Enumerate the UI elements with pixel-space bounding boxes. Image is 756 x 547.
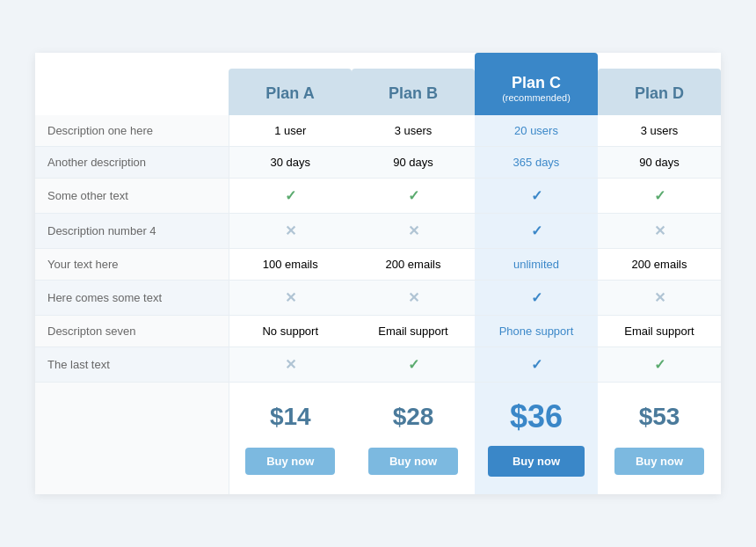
cross-icon: ✕ (285, 223, 296, 238)
cell-c: Phone support (475, 316, 598, 347)
plan-b-header-cell: Plan B (352, 53, 475, 115)
header-row: Plan A Plan B Plan C (recommended) (35, 53, 721, 115)
cell-a: ✓ (229, 179, 352, 214)
plan-b-name: Plan B (389, 84, 438, 102)
price-a: $14 (229, 383, 352, 441)
cell-b: 3 users (352, 115, 475, 147)
empty-header (35, 53, 229, 115)
button-cell-c: Buy now (475, 441, 598, 494)
plan-c-title: Plan C (recommended) (475, 53, 598, 115)
plan-a-title: Plan A (229, 69, 352, 115)
cell-a: No support (229, 316, 352, 347)
row-label: Description one here (35, 115, 229, 147)
button-label-empty (35, 441, 229, 494)
cell-b: ✓ (352, 179, 475, 214)
price-label-empty (35, 383, 229, 441)
cross-icon: ✕ (285, 357, 296, 372)
cell-c: ✓ (475, 214, 598, 249)
cell-c: unlimited (475, 249, 598, 281)
cell-d: 90 days (598, 147, 721, 179)
plan-a-header-cell: Plan A (229, 53, 352, 115)
table-row: Some other text✓✓✓✓ (35, 179, 721, 214)
pricing-table: Plan A Plan B Plan C (recommended) (35, 53, 721, 494)
cell-c: ✓ (475, 179, 598, 214)
cell-c: ✓ (475, 281, 598, 316)
row-label: Another description (35, 147, 229, 179)
cross-icon: ✕ (408, 290, 419, 305)
row-label: Your text here (35, 249, 229, 281)
check-icon: ✓ (408, 188, 419, 203)
cell-a: ✕ (229, 214, 352, 249)
cell-a: 30 days (229, 147, 352, 179)
cell-d: ✓ (598, 179, 721, 214)
cell-c: 365 days (475, 147, 598, 179)
cross-icon: ✕ (408, 223, 419, 238)
price-amount-a: $14 (270, 403, 311, 430)
check-icon: ✓ (654, 357, 665, 372)
check-icon: ✓ (654, 188, 665, 203)
button-cell-d: Buy now (598, 441, 721, 494)
cell-b: ✓ (352, 347, 475, 383)
table-row: Here comes some text✕✕✓✕ (35, 281, 721, 316)
cell-b: ✕ (352, 281, 475, 316)
cell-a: 100 emails (229, 249, 352, 281)
cell-c: ✓ (475, 347, 598, 383)
cell-d: ✕ (598, 281, 721, 316)
cross-icon: ✕ (654, 223, 665, 238)
cell-b: 90 days (352, 147, 475, 179)
plan-d-title: Plan D (598, 69, 721, 115)
cell-d: 3 users (598, 115, 721, 147)
plan-d-header-cell: Plan D (598, 53, 721, 115)
table-row: The last text✕✓✓✓ (35, 347, 721, 383)
row-label: Description number 4 (35, 214, 229, 249)
button-cell-a: Buy now (229, 441, 352, 494)
cell-a: ✕ (229, 347, 352, 383)
price-d: $53 (598, 383, 721, 441)
plan-d-name: Plan D (635, 84, 684, 102)
buy-button-b[interactable]: Buy now (368, 448, 458, 475)
buy-button-d[interactable]: Buy now (614, 448, 704, 475)
price-b: $28 (352, 383, 475, 441)
cross-icon: ✕ (285, 290, 296, 305)
cell-b: Email support (352, 316, 475, 347)
plan-c-recommended: (recommended) (483, 92, 589, 103)
price-row: $14$28$36$53 (35, 383, 721, 441)
check-icon: ✓ (408, 357, 419, 372)
cell-a: ✕ (229, 281, 352, 316)
cell-d: 200 emails (598, 249, 721, 281)
price-amount-b: $28 (393, 403, 434, 430)
cell-b: 200 emails (352, 249, 475, 281)
row-label: Some other text (35, 179, 229, 214)
cross-icon: ✕ (654, 290, 665, 305)
cell-d: ✓ (598, 347, 721, 383)
row-label: Descripton seven (35, 316, 229, 347)
plan-c-name: Plan C (512, 74, 561, 91)
plan-c-header-cell: Plan C (recommended) (475, 53, 598, 115)
check-icon: ✓ (285, 188, 296, 203)
button-cell-b: Buy now (352, 441, 475, 494)
plan-b-title: Plan B (352, 69, 475, 115)
cell-a: 1 user (229, 115, 352, 147)
table-row: Your text here100 emails200 emailsunlimi… (35, 249, 721, 281)
check-icon: ✓ (531, 223, 542, 238)
cell-d: ✕ (598, 214, 721, 249)
price-amount-c: $36 (510, 398, 563, 434)
cell-b: ✕ (352, 214, 475, 249)
table-row: Description number 4✕✕✓✕ (35, 214, 721, 249)
check-icon: ✓ (531, 357, 542, 372)
plan-a-name: Plan A (265, 84, 314, 102)
cell-c: 20 users (475, 115, 598, 147)
buy-button-a[interactable]: Buy now (245, 448, 335, 475)
button-row: Buy nowBuy nowBuy nowBuy now (35, 441, 721, 494)
cell-d: Email support (598, 316, 721, 347)
table-row: Another description30 days90 days365 day… (35, 147, 721, 179)
table-row: Descripton sevenNo supportEmail supportP… (35, 316, 721, 347)
table-row: Description one here1 user3 users20 user… (35, 115, 721, 147)
row-label: Here comes some text (35, 281, 229, 316)
check-icon: ✓ (531, 290, 542, 305)
price-amount-d: $53 (639, 403, 680, 430)
price-c: $36 (475, 383, 598, 441)
check-icon: ✓ (531, 188, 542, 203)
buy-button-c[interactable]: Buy now (488, 446, 585, 477)
row-label: The last text (35, 347, 229, 383)
